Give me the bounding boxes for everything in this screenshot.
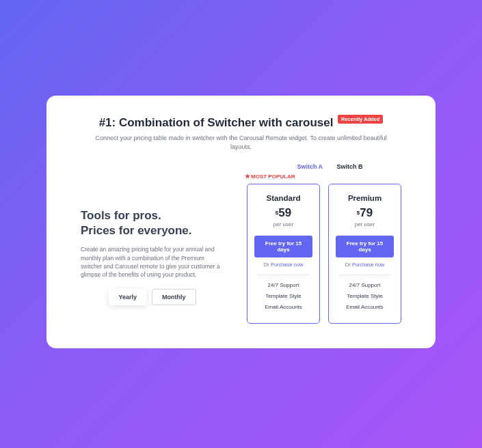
pricing-cards: Standard $59 per user Free try for 15 da… bbox=[247, 184, 401, 324]
price-row: $79 bbox=[336, 206, 394, 220]
free-trial-button[interactable]: Free try for 15 days bbox=[254, 236, 312, 257]
plan-name: Standard bbox=[254, 194, 312, 202]
feature-item: Email Accounts bbox=[336, 304, 394, 310]
body-row: Tools for pros. Prices for everyone. Cre… bbox=[81, 184, 401, 324]
recently-added-badge: Recently Added bbox=[338, 115, 383, 124]
price-unit: per user bbox=[336, 221, 394, 227]
monthly-button[interactable]: Monthly bbox=[152, 289, 196, 305]
page-subtitle: Connect your pricing table made in switc… bbox=[94, 134, 388, 151]
page-title: #1: Combination of Switcher with carouse… bbox=[99, 116, 334, 129]
billing-toggle: Yearly Monthly bbox=[81, 289, 224, 305]
most-popular-label: ★MOST POPULAR bbox=[245, 173, 401, 180]
feature-item: 24/7 Support bbox=[336, 282, 394, 288]
divider bbox=[338, 275, 391, 275]
purchase-now-link[interactable]: Purchase now bbox=[271, 262, 304, 268]
or-line: Or Purchase now bbox=[254, 262, 312, 268]
price-value: 59 bbox=[278, 206, 291, 219]
tab-switch-a[interactable]: Switch A bbox=[297, 163, 323, 170]
switch-tabs: Switch A Switch B bbox=[258, 163, 401, 170]
price-row: $59 bbox=[254, 206, 312, 220]
or-text: Or bbox=[264, 262, 271, 268]
plan-premium: Premium $79 per user Free try for 15 day… bbox=[328, 184, 401, 324]
star-icon: ★ bbox=[245, 173, 250, 180]
heading-line-1: Tools for pros. bbox=[81, 208, 229, 223]
popular-text: MOST POPULAR bbox=[251, 173, 295, 180]
plan-standard: Standard $59 per user Free try for 15 da… bbox=[247, 184, 320, 324]
feature-item: Email Accounts bbox=[254, 304, 312, 310]
plan-name: Premium bbox=[336, 194, 394, 202]
or-text: Or bbox=[345, 262, 352, 268]
free-trial-button[interactable]: Free try for 15 days bbox=[336, 236, 394, 257]
feature-item: Template Style bbox=[336, 293, 394, 299]
left-column: Tools for pros. Prices for everyone. Cre… bbox=[81, 184, 235, 324]
feature-item: 24/7 Support bbox=[254, 282, 312, 288]
header: #1: Combination of Switcher with carouse… bbox=[81, 116, 401, 151]
left-description: Create an amazing pricing table for your… bbox=[81, 245, 224, 279]
pricing-card-container: #1: Combination of Switcher with carouse… bbox=[46, 96, 436, 348]
price-unit: per user bbox=[254, 221, 312, 227]
feature-item: Template Style bbox=[254, 293, 312, 299]
price-value: 79 bbox=[360, 206, 373, 219]
heading-line-2: Prices for everyone. bbox=[81, 223, 229, 238]
title-row: #1: Combination of Switcher with carouse… bbox=[99, 116, 384, 130]
tab-switch-b[interactable]: Switch B bbox=[337, 163, 363, 170]
purchase-now-link[interactable]: Purchase now bbox=[352, 262, 385, 268]
yearly-button[interactable]: Yearly bbox=[109, 289, 146, 305]
or-line: Or Purchase now bbox=[336, 262, 394, 268]
divider bbox=[257, 275, 310, 275]
